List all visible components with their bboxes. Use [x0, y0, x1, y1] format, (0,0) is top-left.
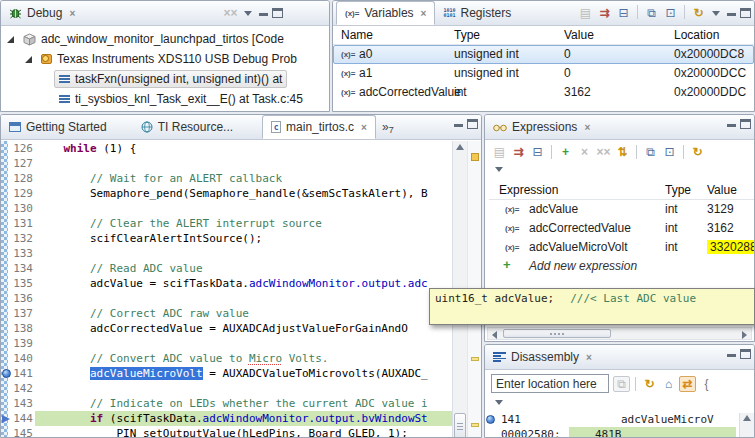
code-line[interactable]: 145 PIN_setOutputValue(hLedPins, Board_G…	[1, 426, 481, 438]
scroll-left-icon[interactable]	[492, 331, 497, 339]
line-number[interactable]: 135	[8, 276, 33, 291]
scroll-right-icon[interactable]	[742, 331, 747, 339]
expand-arrow-icon[interactable]	[7, 36, 14, 43]
line-number[interactable]: 145	[8, 426, 33, 438]
tab-variables[interactable]: (x)=Variables×	[336, 1, 435, 25]
expressions-horizontal-scrollbar[interactable]	[487, 327, 752, 340]
editor-tab-getting-started[interactable]: Getting Started	[1, 115, 115, 139]
close-icon[interactable]: ×	[584, 122, 590, 133]
line-number[interactable]: 138	[8, 321, 33, 336]
refresh-icon[interactable]: ↻	[689, 144, 706, 160]
code-line[interactable]: 136	[1, 291, 481, 306]
line-number[interactable]: 137	[8, 306, 33, 321]
code-line[interactable]: 139	[1, 336, 481, 351]
remove-all-expressions-icon[interactable]: ××	[595, 144, 612, 160]
show-type-names-icon[interactable]: ▤	[491, 144, 508, 160]
line-number[interactable]: 136	[8, 291, 33, 306]
more-editor-tabs-button[interactable]: »7	[382, 115, 394, 139]
maximize-button[interactable]	[740, 8, 751, 18]
line-number[interactable]: 128	[8, 171, 33, 186]
close-icon[interactable]: ×	[69, 8, 75, 19]
line-number[interactable]: 134	[8, 261, 33, 276]
code-line[interactable]: 129 Semaphore_pend(Semaphore_handle(&sem…	[1, 186, 481, 201]
editor-tab-ti-resource-[interactable]: TI Resource...	[133, 115, 241, 139]
variable-row[interactable]: (x)=a0unsigned int00x20000DC8	[333, 45, 754, 64]
expressions-table-header[interactable]: ExpressionTypeValue	[489, 181, 754, 200]
line-number[interactable]: 140	[8, 351, 33, 366]
code-editor[interactable]: 126 while (1) {127128 // Wait for an ALE…	[1, 141, 481, 437]
code-line[interactable]: 142	[1, 381, 481, 396]
maximize-button[interactable]	[467, 119, 478, 129]
tab-registers[interactable]: 10100101Registers	[435, 1, 519, 25]
new-view-icon[interactable]: ⧉	[642, 144, 659, 160]
show-logical-structure-icon[interactable]: ⇉	[596, 5, 613, 21]
breakpoint-icon[interactable]	[486, 415, 495, 424]
collapse-all-icon[interactable]: ⊟	[529, 144, 546, 160]
debug-tree-item[interactable]: taskFxn(unsigned int, unsigned int)() at	[1, 69, 329, 89]
minimize-button[interactable]	[453, 119, 464, 129]
show-source-icon[interactable]: {	[698, 376, 715, 392]
maximize-button[interactable]	[740, 349, 751, 359]
expression-row[interactable]: (x)=adcValueMicroVoltint3320288	[489, 238, 754, 257]
code-line[interactable]: 144 if (scifTaskData.adcWindowMonitor.ou…	[1, 411, 481, 426]
disassembly-line[interactable]: 00002580:481B	[485, 427, 754, 438]
code-line[interactable]: 143 // Indicate on LEDs whether the curr…	[1, 396, 481, 411]
minimize-button[interactable]	[726, 119, 737, 129]
line-number[interactable]: 144	[8, 411, 33, 426]
minimize-button[interactable]	[726, 349, 737, 359]
breakpoint-icon[interactable]	[2, 369, 11, 378]
debug-tree-item[interactable]: ti_sysbios_knl_Task_exit__E() at Task.c:…	[1, 89, 329, 109]
expression-row[interactable]: (x)=adcValueint3129	[489, 200, 754, 219]
view-menu-icon[interactable]	[710, 7, 723, 19]
code-line[interactable]: 140 // Convert ADC value to Micro Volts.	[1, 351, 481, 366]
maximize-button[interactable]	[272, 8, 283, 18]
line-number[interactable]: 130	[8, 201, 33, 216]
debug-tree-item[interactable]: Texas Instruments XDS110 USB Debug Prob	[1, 49, 329, 69]
code-line[interactable]: 131 // Clear the ALERT interrupt source	[1, 216, 481, 231]
add-new-expression-row[interactable]: +Add new expression	[489, 257, 754, 276]
editor-tab-main-tirtos-c[interactable]: cmain_tirtos.c×	[262, 115, 376, 139]
tab-disassembly[interactable]: Disassembly×	[485, 345, 600, 369]
show-logical-structure-icon[interactable]: ⇉	[510, 144, 527, 160]
expression-row[interactable]: (x)=adcCorrectedValueint3162	[489, 219, 754, 238]
location-input[interactable]	[491, 374, 609, 393]
line-number[interactable]: 143	[8, 396, 33, 411]
minimize-button[interactable]	[726, 8, 737, 18]
new-view-icon[interactable]: ⧉	[643, 5, 660, 21]
add-expression-icon[interactable]: +	[557, 144, 574, 160]
scrollbar-thumb[interactable]	[454, 413, 466, 438]
tab-expressions[interactable]: Expressions×	[485, 115, 598, 139]
code-line[interactable]: 141 adcValueMicroVolt = AUXADCValueToMic…	[1, 366, 481, 381]
refresh-icon[interactable]: ↻	[690, 5, 707, 21]
pin-view-icon[interactable]: ⊡	[661, 144, 678, 160]
show-type-names-icon[interactable]: ▤	[577, 5, 594, 21]
variables-table-header[interactable]: NameTypeValueLocation	[333, 26, 754, 45]
close-icon[interactable]: ×	[361, 122, 367, 133]
code-line[interactable]: 132 scifClearAlertIntSource();	[1, 231, 481, 246]
navigate-to-location-icon[interactable]: ⧉	[613, 376, 630, 392]
debug-tree-item[interactable]: adc_window_monitor_launchpad_tirtos [Cod…	[1, 29, 329, 49]
line-number[interactable]: 126	[8, 141, 33, 156]
code-line[interactable]: 134 // Read ADC value	[1, 261, 481, 276]
code-line[interactable]: 126 while (1) {	[1, 141, 481, 156]
pin-view-icon[interactable]: ⊡	[662, 5, 679, 21]
line-number[interactable]: 132	[8, 231, 33, 246]
remove-all-terminated-icon[interactable]: ××	[222, 5, 239, 21]
code-line[interactable]: 133	[1, 246, 481, 261]
line-number[interactable]: 129	[8, 186, 33, 201]
code-line[interactable]: 138 adcCorrectedValue = AUXADCAdjustValu…	[1, 321, 481, 336]
code-line[interactable]: 130	[1, 201, 481, 216]
line-number[interactable]: 139	[8, 336, 33, 351]
expand-arrow-icon[interactable]	[25, 56, 32, 63]
disassembly-line[interactable]: 141adcValueMicroV	[485, 412, 754, 427]
home-icon[interactable]: ⌂	[660, 376, 677, 392]
variable-row[interactable]: (x)=adcCorrectedValueint31620x20000DDC	[333, 83, 754, 102]
minimize-button[interactable]	[258, 8, 269, 18]
disassembly-vertical-scrollbar[interactable]	[739, 413, 754, 437]
code-line[interactable]: 135 adcValue = scifTaskData.adcWindowMon…	[1, 276, 481, 291]
tab-debug[interactable]: Debug×	[1, 1, 83, 25]
close-icon[interactable]: ×	[586, 352, 592, 363]
remove-expression-icon[interactable]: ×	[576, 144, 593, 160]
maximize-button[interactable]	[740, 119, 751, 129]
code-line[interactable]: 137 // Correct ADC raw value	[1, 306, 481, 321]
